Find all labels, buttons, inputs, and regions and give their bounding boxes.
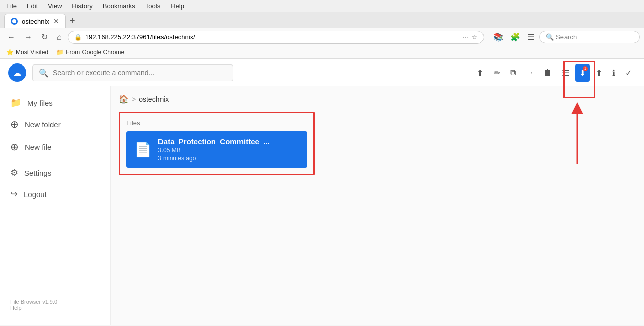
new-tab-button[interactable]: +: [66, 14, 79, 28]
menu-bar: File Edit View History Bookmarks Tools H…: [0, 0, 644, 12]
app-logo: ☁: [8, 63, 26, 82]
breadcrumb-current: ostechnix: [139, 95, 169, 103]
sidebar-label-new-file: New file: [25, 143, 51, 151]
menu-history[interactable]: History: [70, 1, 94, 11]
sidebar-item-logout[interactable]: ↪ Logout: [0, 183, 110, 205]
nav-bar: ← → ↻ ⌂ 🔒 ··· ☆ 📚 🧩 ☰ 🔍: [0, 28, 644, 46]
help-link[interactable]: Help: [10, 305, 100, 311]
folder-icon: 📁: [56, 49, 64, 56]
files-label: Files: [126, 119, 307, 127]
sidebar-footer: File Browser v1.9.0 Help: [0, 291, 110, 319]
bookmark-chrome[interactable]: 📁 From Google Chrome: [54, 48, 126, 57]
lock-icon: 🔒: [74, 34, 82, 41]
file-name: Data_Protection_Committee_...: [158, 137, 270, 146]
tab-title: ostechnix: [22, 18, 49, 25]
main-area: 📁 My files ⊕ New folder ⊕ New file ⚙ Set…: [0, 86, 644, 325]
file-item-0[interactable]: 📄 Data_Protection_Committee_... 3.05 MB …: [126, 131, 307, 168]
home-button[interactable]: ⌂: [54, 31, 65, 44]
edit-button[interactable]: ✏: [490, 64, 504, 82]
sidebar-label-settings: Settings: [24, 169, 51, 177]
bookmark-star-icon[interactable]: ☆: [471, 33, 477, 41]
list-view-button[interactable]: ☰: [558, 64, 573, 82]
move-button[interactable]: →: [522, 64, 538, 81]
tab-bar: ostechnix ✕ +: [0, 12, 644, 28]
share-button[interactable]: ⬆: [473, 64, 488, 82]
browser-tab-ostechnix[interactable]: ostechnix ✕: [4, 14, 66, 28]
upload-button[interactable]: ⬆: [592, 64, 606, 82]
app-header: ☁ 🔍 ⬆ ✏ ⧉ → 🗑 ☰ ⬇ 1 ⬆ ℹ ✓: [0, 59, 644, 86]
app-toolbar: ⬆ ✏ ⧉ → 🗑 ☰ ⬇ 1 ⬆ ℹ ✓: [473, 64, 636, 82]
folder-icon: 📁: [10, 97, 21, 108]
browser-search-input[interactable]: [556, 33, 626, 41]
delete-button[interactable]: 🗑: [540, 64, 556, 81]
sidebar-label-new-folder: New folder: [25, 120, 61, 129]
back-button[interactable]: ←: [4, 31, 18, 44]
address-input[interactable]: [85, 33, 460, 41]
reload-button[interactable]: ↻: [38, 30, 51, 44]
menu-view[interactable]: View: [46, 1, 64, 11]
app-search-input[interactable]: [53, 69, 227, 77]
download-button[interactable]: ⬇ 1: [575, 64, 590, 82]
breadcrumb: 🏠 > ostechnix: [119, 94, 636, 104]
new-folder-icon: ⊕: [10, 118, 19, 131]
logout-icon: ↪: [10, 188, 18, 200]
tab-favicon: [11, 18, 18, 25]
bookmarks-bar: ⭐ Most Visited 📁 From Google Chrome: [0, 46, 644, 59]
download-badge: 1: [583, 66, 588, 71]
bookmarks-icon[interactable]: 📚: [491, 30, 505, 44]
menu-help[interactable]: Help: [169, 1, 186, 11]
logo-icon: ☁: [13, 68, 21, 78]
tab-close-button[interactable]: ✕: [53, 17, 59, 25]
file-document-icon: 📄: [134, 141, 152, 158]
breadcrumb-separator: >: [132, 95, 136, 103]
new-file-icon: ⊕: [10, 141, 19, 153]
address-bar[interactable]: 🔒 ··· ☆: [68, 31, 484, 44]
file-info: Data_Protection_Committee_... 3.05 MB 3 …: [158, 137, 270, 162]
menu-file[interactable]: File: [4, 1, 19, 11]
browser-search-bar[interactable]: 🔍: [539, 31, 640, 43]
search-icon: 🔍: [39, 68, 49, 78]
sidebar-item-settings[interactable]: ⚙ Settings: [0, 162, 110, 183]
app-search-bar[interactable]: 🔍: [32, 64, 233, 81]
menu-tools[interactable]: Tools: [143, 1, 163, 11]
sidebar-item-new-folder[interactable]: ⊕ New folder: [0, 113, 110, 136]
menu-bookmarks[interactable]: Bookmarks: [101, 1, 137, 11]
sidebar-item-new-file[interactable]: ⊕ New file: [0, 136, 110, 158]
more-menu-icon[interactable]: ☰: [525, 30, 536, 44]
copy-button[interactable]: ⧉: [506, 64, 520, 81]
breadcrumb-home-icon[interactable]: 🏠: [119, 94, 129, 104]
app-container: ☁ 🔍 ⬆ ✏ ⧉ → 🗑 ☰ ⬇ 1 ⬆ ℹ ✓: [0, 59, 644, 325]
files-section: Files 📄 Data_Protection_Committee_... 3.…: [119, 112, 315, 175]
select-all-button[interactable]: ✓: [621, 64, 636, 82]
nav-icons: 📚 🧩 ☰: [491, 30, 536, 44]
sidebar-label-logout: Logout: [24, 190, 47, 199]
sidebar: 📁 My files ⊕ New folder ⊕ New file ⚙ Set…: [0, 86, 111, 325]
menu-edit[interactable]: Edit: [25, 1, 40, 11]
file-size: 3.05 MB: [158, 147, 270, 154]
bookmark-label-2: From Google Chrome: [66, 49, 124, 56]
extensions-icon[interactable]: 🧩: [508, 30, 522, 44]
info-button[interactable]: ℹ: [608, 64, 619, 82]
forward-button[interactable]: →: [21, 31, 35, 44]
bookmark-most-visited[interactable]: ⭐ Most Visited: [4, 48, 50, 57]
bookmark-icon: ⭐: [6, 49, 14, 56]
sidebar-item-my-files[interactable]: 📁 My files: [0, 92, 110, 113]
options-icon[interactable]: ···: [462, 33, 468, 41]
content-area: 🏠 > ostechnix Files 📄 Data_Protection_Co…: [111, 86, 644, 325]
settings-icon: ⚙: [10, 167, 18, 178]
search-icon: 🔍: [546, 33, 554, 41]
sidebar-label-my-files: My files: [27, 99, 53, 107]
file-time: 3 minutes ago: [158, 155, 270, 162]
bookmark-label: Most Visited: [16, 49, 48, 56]
version-text: File Browser v1.9.0: [10, 299, 100, 305]
